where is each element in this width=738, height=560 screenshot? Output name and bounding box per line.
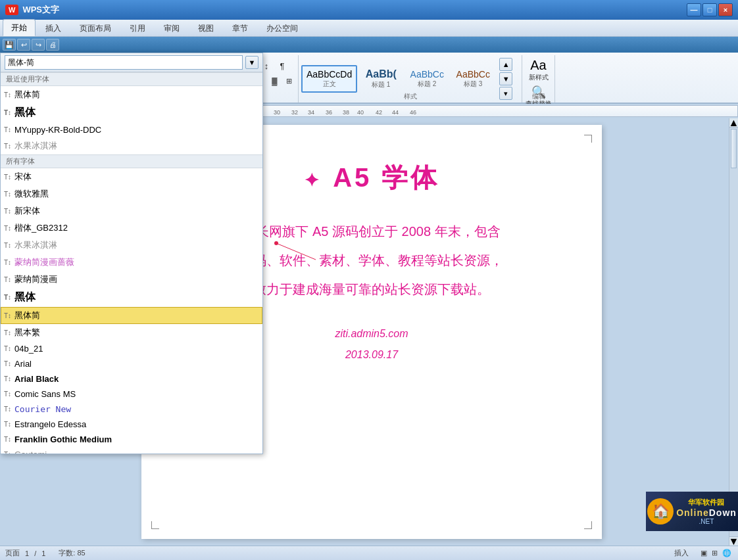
recent-font-fruit[interactable]: T↕ 水果冰淇淋: [1, 137, 262, 154]
undo-button[interactable]: ↩: [17, 39, 30, 51]
font-decorative1[interactable]: T↕ 蒙纳简漫画蔷薇: [1, 254, 262, 271]
font-icon-s9: T↕: [4, 312, 11, 319]
font-fruit2[interactable]: T↕ 水果冰淇淋: [1, 237, 262, 254]
font-arial-black[interactable]: T↕ Arial Black: [1, 371, 262, 386]
font-icon-s14: T↕: [4, 390, 11, 398]
tab-page-layout[interactable]: 页面布局: [71, 20, 120, 36]
print-button[interactable]: 🖨: [46, 39, 59, 51]
recent-font-heiti[interactable]: T↕ 黑体: [1, 103, 262, 122]
font-heijianti-selected[interactable]: T↕黑体简: [1, 307, 262, 324]
font-dropdown-close[interactable]: ▼: [245, 56, 258, 69]
font-heiti2[interactable]: T↕黑体: [1, 288, 262, 307]
font-estrangelo[interactable]: T↕Estrangelo Edessa: [1, 417, 262, 432]
font-icon-s11: T↕: [4, 345, 11, 352]
view-web-button[interactable]: 🌐: [722, 549, 731, 557]
tab-start[interactable]: 开始: [3, 19, 36, 36]
font-hei-fanti[interactable]: T↕黑本繁: [1, 324, 262, 341]
font-mongna[interactable]: T↕蒙纳简漫画: [1, 271, 262, 288]
font-type-icon2: T↕: [4, 109, 11, 116]
font-icon-s6: T↕: [4, 259, 11, 266]
font-icon-s8: T↕: [4, 294, 11, 301]
tab-office[interactable]: 办公空间: [258, 20, 307, 36]
style-h1-label: 标题 1: [364, 80, 398, 89]
font-courier-new[interactable]: T↕ Courier New: [1, 402, 262, 417]
doc-title-text: A5 学体: [333, 163, 439, 192]
font-search-input[interactable]: [5, 55, 243, 70]
font-type-icon: T↕: [4, 91, 11, 99]
save-button[interactable]: 💾: [3, 39, 16, 51]
style-gallery: AaBbCcDd 正文 AaBb( 标题 1 AaBbCc 标题 2 AaBbC…: [299, 55, 522, 103]
edit-group-label: 编辑: [532, 92, 545, 101]
style-more[interactable]: ▾: [499, 87, 512, 100]
style-heading3[interactable]: AaBbCc 标题 3: [451, 65, 495, 93]
recent-font-heijianti[interactable]: T↕ 黑体简: [1, 86, 262, 103]
software-logo: 🏠 华军软件园 OnlineDown .NET: [646, 492, 738, 531]
edit-group: Aa 新样式 🔍 查找替换 选择 编辑: [522, 55, 555, 103]
status-input-mode: 插入: [674, 548, 689, 558]
logo-net-text: .NET: [676, 518, 737, 525]
border-button[interactable]: ⊞: [282, 74, 295, 87]
redo-button[interactable]: ↪: [32, 39, 45, 51]
font-dropdown-panel: ▼ 最近使用字体 T↕ 黑体简 T↕ 黑体 T↕ MYuppy-KR-Bold-…: [0, 53, 263, 454]
style-h2-label: 标题 2: [410, 80, 444, 89]
corner-bl: [151, 521, 159, 529]
font-type-icon4: T↕: [4, 143, 11, 150]
status-word-count: 字数: 85: [59, 548, 85, 558]
tab-chapter[interactable]: 章节: [224, 20, 257, 36]
view-normal-button[interactable]: ▣: [701, 549, 707, 557]
style-normal-label: 正文: [307, 80, 352, 89]
tab-view[interactable]: 视图: [189, 20, 222, 36]
style-scroll-up[interactable]: ▲: [499, 58, 512, 71]
minimize-button[interactable]: —: [687, 3, 701, 16]
font-kaiti[interactable]: T↕楷体_GB2312: [1, 220, 262, 237]
logo-bottom-text: OnlineDown: [676, 507, 737, 518]
tab-reference[interactable]: 引用: [121, 20, 154, 36]
font-franklin[interactable]: T↕ Franklin Gothic Medium: [1, 432, 262, 447]
font-icon-s3: T↕: [4, 208, 11, 215]
font-icon-s5: T↕: [4, 242, 11, 249]
app-title: WPS文字: [22, 4, 59, 16]
recent-font-myuppy[interactable]: T↕ MYuppy-KR-Bold-DDC: [1, 122, 262, 137]
font-gautami[interactable]: T↕ Gautami: [1, 447, 262, 454]
logo-content: 🏠 华军软件园 OnlineDown .NET: [647, 498, 737, 525]
tab-review[interactable]: 审阅: [155, 20, 188, 36]
scroll-up-button[interactable]: ▲: [729, 118, 738, 128]
recent-fonts-header: 最近使用字体: [1, 72, 262, 86]
tab-insert[interactable]: 插入: [37, 20, 70, 36]
font-arial[interactable]: T↕Arial: [1, 356, 262, 371]
font-icon-s12: T↕: [4, 360, 11, 367]
quick-toolbar: 💾 ↩ ↪ 🖨: [0, 37, 738, 53]
scroll-track[interactable]: [729, 128, 738, 536]
scroll-down-button[interactable]: ▼: [729, 536, 738, 546]
close-button[interactable]: ×: [718, 3, 733, 16]
style-heading2[interactable]: AaBbCc 标题 2: [405, 65, 449, 93]
style-heading1[interactable]: AaBb( 标题 1: [358, 64, 403, 93]
maximize-button[interactable]: □: [702, 3, 717, 16]
svg-line-0: [276, 243, 316, 260]
scroll-thumb[interactable]: [731, 129, 737, 168]
style-scroll-down[interactable]: ▼: [499, 72, 512, 85]
status-bar: 页面 1 / 1 字数: 85 插入 ▣ ⊞ 🌐: [0, 546, 738, 560]
shading-button[interactable]: ▓: [268, 74, 281, 87]
view-print-button[interactable]: ⊞: [712, 549, 718, 557]
font-list: 最近使用字体 T↕ 黑体简 T↕ 黑体 T↕ MYuppy-KR-Bold-DD…: [1, 72, 262, 454]
style-normal[interactable]: AaBbCcDd 正文: [301, 65, 357, 93]
font-icon-s18: T↕: [4, 451, 11, 454]
font-04b21[interactable]: T↕04b_21: [1, 341, 262, 356]
font-type-icon3: T↕: [4, 126, 11, 133]
window-controls[interactable]: — □ ×: [687, 3, 733, 16]
font-icon-s2: T↕: [4, 191, 11, 198]
status-total-pages: 1: [41, 549, 45, 557]
style-normal-preview: AaBbCcDd: [307, 69, 352, 80]
font-songti[interactable]: T↕宋体: [1, 168, 262, 185]
font-weihei[interactable]: T↕微软雅黑: [1, 185, 262, 202]
corner-tr: [584, 135, 592, 143]
show-marks-button[interactable]: ¶: [275, 59, 289, 72]
vertical-scrollbar[interactable]: ▲ ▼: [729, 118, 738, 546]
font-icon-s7: T↕: [4, 276, 11, 283]
title-star: ✦: [304, 170, 322, 191]
font-xinsong[interactable]: T↕新宋体: [1, 202, 262, 220]
font-comic-sans[interactable]: T↕Comic Sans MS: [1, 386, 262, 402]
new-style-button[interactable]: Aa 新样式: [529, 58, 549, 82]
ribbon-tabs: 开始 插入 页面布局 引用 审阅 视图 章节 办公空间: [0, 20, 738, 37]
